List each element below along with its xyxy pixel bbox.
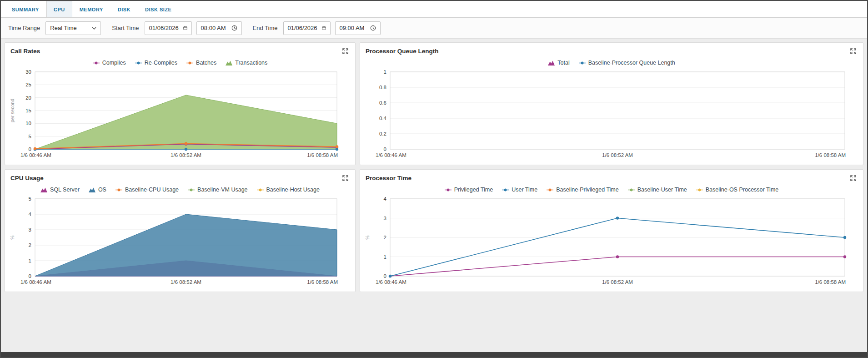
line-series-icon: [502, 187, 509, 192]
svg-text:0.4: 0.4: [379, 116, 387, 121]
svg-text:3: 3: [384, 216, 386, 221]
chart-canvas: 01234%1/6 08:46 AM1/6 08:52 AM1/6 08:58 …: [362, 195, 859, 292]
legend-item[interactable]: Baseline-User Time: [628, 187, 687, 193]
svg-text:1: 1: [384, 69, 386, 75]
svg-text:1/6 08:46 AM: 1/6 08:46 AM: [376, 279, 406, 285]
svg-text:1/6 08:52 AM: 1/6 08:52 AM: [602, 152, 633, 158]
legend: SQL ServerOSBaseline-CPU UsageBaseline-V…: [5, 183, 355, 194]
time-range-label: Time Range: [8, 25, 40, 31]
svg-text:20: 20: [25, 95, 31, 101]
svg-text:1/6 08:58 AM: 1/6 08:58 AM: [815, 279, 846, 285]
start-time-label: Start Time: [112, 25, 139, 31]
end-date-input[interactable]: 01/06/2026: [283, 21, 331, 35]
legend-label: Batches: [196, 60, 216, 66]
expand-button[interactable]: [849, 174, 858, 182]
svg-text:%: %: [365, 235, 370, 239]
legend-item[interactable]: Total: [548, 60, 569, 66]
panel-processor-time: Processor Time Privileged TimeUser TimeB…: [360, 169, 863, 292]
legend-item[interactable]: Baseline-OS Processor Time: [696, 187, 778, 193]
legend-item[interactable]: Re-Compiles: [135, 60, 177, 66]
svg-text:1/6 08:46 AM: 1/6 08:46 AM: [20, 279, 51, 285]
tab-cpu[interactable]: CPU: [46, 1, 72, 17]
line-series-icon: [628, 187, 635, 192]
expand-button[interactable]: [341, 174, 350, 182]
svg-text:2: 2: [29, 242, 31, 248]
end-time-label: End Time: [253, 25, 278, 31]
legend-label: OS: [98, 187, 106, 193]
legend-label: Compiles: [102, 60, 126, 66]
tab-disk[interactable]: DISK: [110, 1, 138, 17]
svg-text:0.6: 0.6: [379, 100, 386, 106]
svg-text:0: 0: [29, 273, 31, 279]
calendar-icon: [322, 25, 326, 31]
legend-label: Baseline-User Time: [637, 187, 687, 193]
start-time-input[interactable]: 08:00 AM: [196, 21, 242, 35]
svg-text:%: %: [10, 235, 15, 239]
legend-item[interactable]: Baseline-CPU Usage: [115, 187, 179, 193]
expand-button[interactable]: [341, 47, 350, 55]
expand-icon: [850, 48, 857, 55]
tab-bar: SUMMARY CPU MEMORY DISK DISK SIZE: [1, 1, 867, 18]
svg-text:4: 4: [29, 212, 32, 217]
legend-item[interactable]: Baseline-Privileged Time: [547, 187, 619, 193]
tab-memory[interactable]: MEMORY: [72, 1, 110, 17]
svg-text:0: 0: [29, 146, 31, 152]
tab-summary[interactable]: SUMMARY: [5, 1, 46, 17]
svg-text:1/6 08:58 AM: 1/6 08:58 AM: [307, 279, 338, 285]
chevron-down-icon: [92, 27, 96, 30]
legend-item[interactable]: Baseline-Host Usage: [257, 187, 320, 193]
legend-item[interactable]: User Time: [502, 187, 537, 193]
svg-text:1: 1: [29, 258, 31, 263]
panel-processor-queue-length: Processor Queue Length TotalBaseline-Pro…: [360, 42, 863, 165]
svg-text:5: 5: [29, 196, 31, 202]
chart-canvas: 00.20.40.60.811/6 08:46 AM1/6 08:52 AM1/…: [362, 68, 859, 165]
legend-item[interactable]: SQL Server: [40, 187, 80, 193]
legend-item[interactable]: Privileged Time: [445, 187, 493, 193]
legend: TotalBaseline-Processor Queue Length: [360, 56, 863, 67]
expand-icon: [342, 175, 349, 182]
svg-text:per second: per second: [10, 99, 15, 122]
legend-item[interactable]: Baseline-Processor Queue Length: [579, 60, 675, 66]
svg-text:1/6 08:46 AM: 1/6 08:46 AM: [376, 152, 406, 158]
line-series-icon: [257, 187, 264, 192]
dashboard-grid: Call Rates CompilesRe-CompilesBatchesTra…: [1, 39, 867, 352]
svg-text:0.2: 0.2: [379, 131, 386, 136]
end-date-value: 01/06/2026: [288, 25, 317, 31]
window-bottom-bar: [1, 352, 867, 357]
end-time-input[interactable]: 09:00 AM: [335, 21, 381, 35]
svg-text:25: 25: [25, 82, 31, 87]
svg-text:4: 4: [384, 196, 387, 202]
legend: Privileged TimeUser TimeBaseline-Privile…: [360, 183, 863, 194]
line-series-icon: [135, 61, 142, 66]
legend-label: Total: [557, 60, 569, 66]
svg-text:1/6 08:52 AM: 1/6 08:52 AM: [171, 152, 201, 158]
svg-text:5: 5: [29, 134, 31, 139]
expand-icon: [342, 48, 349, 55]
area-series-icon: [89, 187, 95, 192]
expand-button[interactable]: [849, 47, 858, 55]
svg-text:2: 2: [384, 235, 386, 240]
area-series-icon: [548, 61, 555, 66]
panel-title: Processor Time: [366, 175, 411, 182]
legend-label: Re-Compiles: [145, 60, 177, 66]
legend-label: Privileged Time: [454, 187, 493, 193]
svg-text:1/6 08:52 AM: 1/6 08:52 AM: [171, 279, 201, 285]
line-series-icon: [115, 187, 122, 192]
time-range-select[interactable]: Real Time: [45, 21, 101, 35]
panel-call-rates: Call Rates CompilesRe-CompilesBatchesTra…: [5, 42, 356, 165]
legend-item[interactable]: OS: [89, 187, 106, 193]
clock-icon: [231, 25, 237, 31]
line-series-icon: [188, 187, 195, 192]
start-date-input[interactable]: 01/06/2026: [145, 21, 192, 35]
legend-item[interactable]: Compiles: [93, 60, 126, 66]
tab-disk-size[interactable]: DISK SIZE: [138, 1, 179, 17]
svg-text:30: 30: [25, 69, 31, 75]
panel-title: CPU Usage: [10, 175, 44, 182]
svg-text:0: 0: [384, 273, 386, 279]
legend-item[interactable]: Transactions: [226, 60, 267, 66]
legend-item[interactable]: Baseline-VM Usage: [188, 187, 247, 193]
legend-label: Transactions: [235, 60, 267, 66]
legend-item[interactable]: Batches: [186, 60, 216, 66]
filter-bar: Time Range Real Time Start Time 01/06/20…: [1, 18, 867, 39]
chart-canvas: 012345%1/6 08:46 AM1/6 08:52 AM1/6 08:58…: [7, 195, 351, 292]
